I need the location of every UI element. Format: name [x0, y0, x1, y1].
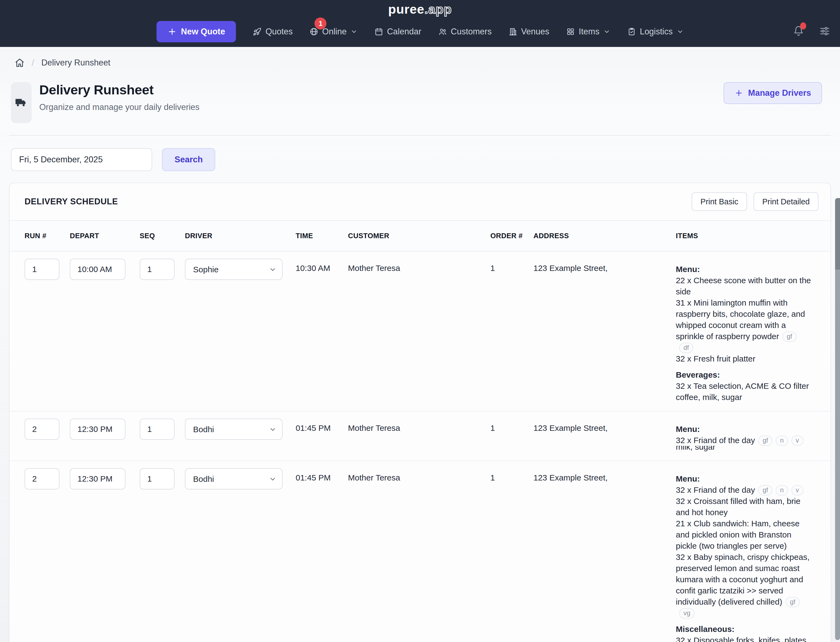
brand-logo-bold: puree	[388, 2, 424, 16]
table-header-row: Run # Depart Seq Driver Time Customer Or…	[10, 220, 830, 251]
customer-cell: Mother Teresa	[348, 412, 490, 460]
customer-cell: Mother Teresa	[348, 461, 490, 642]
column-header-run: Run #	[24, 221, 70, 251]
people-icon	[438, 27, 447, 36]
driver-select[interactable]: Sophie	[185, 259, 283, 280]
diet-badge-df: df	[679, 343, 693, 353]
driver-select[interactable]: Bodhi	[185, 418, 283, 440]
home-icon[interactable]	[15, 58, 24, 68]
run-number-input[interactable]	[24, 468, 60, 490]
item-line: 21 x Club sandwich: Ham, cheese and pick…	[676, 518, 813, 551]
top-navbar: puree.app New Quote Quotes 1 Online Cale…	[0, 0, 840, 47]
nav-item-label: Venues	[521, 27, 549, 37]
search-button[interactable]: Search	[162, 148, 215, 171]
item-line: 22 x Cheese scone with butter on the sid…	[676, 275, 813, 297]
items-cell: Menu:32 x Friand of the daygfnvmilk, sug…	[676, 412, 819, 460]
seq-input[interactable]	[140, 259, 175, 280]
calendar-icon	[374, 27, 383, 36]
rocket-icon	[253, 27, 262, 36]
plus-icon	[167, 27, 177, 36]
notifications-button[interactable]	[793, 26, 804, 38]
nav-item-venues[interactable]: Venues	[509, 27, 549, 37]
column-header-items: Items	[676, 221, 819, 251]
nav-item-logistics[interactable]: Logistics	[627, 27, 684, 37]
schedule-card-header: DELIVERY SCHEDULE Print Basic Print Deta…	[10, 183, 830, 220]
nav-item-label: Quotes	[265, 27, 293, 37]
diet-badge-gf: gf	[782, 331, 796, 342]
depart-time-input[interactable]	[70, 468, 125, 490]
date-input[interactable]	[11, 148, 152, 171]
print-detailed-button[interactable]: Print Detailed	[754, 192, 819, 211]
item-group-heading: Menu:	[676, 264, 813, 275]
nav-item-items[interactable]: Items	[566, 27, 610, 37]
nav-item-quotes[interactable]: Quotes	[253, 27, 293, 37]
main-nav: New Quote Quotes 1 Online Calendar Custo…	[0, 21, 840, 42]
table-row: Bodhi 01:45 PM Mother Teresa 1 123 Examp…	[10, 412, 830, 461]
order-cell: 1	[490, 412, 534, 460]
address-cell: 123 Example Street,	[534, 412, 676, 460]
driver-select[interactable]: Bodhi	[185, 468, 283, 490]
filters-bar: Search	[0, 136, 840, 171]
breadcrumb-current: Delivery Runsheet	[41, 58, 110, 68]
diet-badge-vg: vg	[679, 608, 694, 619]
table-row: Bodhi 01:45 PM Mother Teresa 1 123 Examp…	[10, 461, 830, 642]
column-header-time: Time	[296, 221, 348, 251]
run-number-input[interactable]	[24, 418, 60, 440]
order-cell: 1	[490, 461, 534, 642]
breadcrumb-separator: /	[32, 57, 34, 68]
building-icon	[509, 27, 517, 36]
print-basic-button[interactable]: Print Basic	[692, 192, 747, 211]
new-quote-button[interactable]: New Quote	[157, 21, 236, 42]
page-subtitle: Organize and manage your daily deliverie…	[39, 102, 200, 112]
schedule-title: DELIVERY SCHEDULE	[24, 197, 118, 206]
seq-input[interactable]	[140, 468, 175, 490]
item-group-heading: Menu:	[676, 473, 813, 484]
grid-icon	[566, 27, 575, 36]
delivery-schedule-card: DELIVERY SCHEDULE Print Basic Print Deta…	[9, 183, 831, 642]
column-header-seq: Seq	[140, 221, 185, 251]
seq-input[interactable]	[140, 418, 175, 440]
address-cell: 123 Example Street,	[534, 251, 676, 411]
page-header: Delivery Runsheet Organize and manage yo…	[0, 68, 840, 123]
item-group-heading: Menu:	[676, 423, 813, 434]
item-line: 32 x Croissant filled with ham, brie and…	[676, 496, 813, 518]
diet-badge-v: v	[791, 485, 803, 496]
item-line: 32 x Tea selection, ACME & CO filter cof…	[676, 380, 813, 403]
time-cell: 01:45 PM	[296, 461, 348, 642]
item-line: 32 x Friand of the daygfnv	[676, 484, 813, 496]
nav-item-label: Calendar	[387, 27, 421, 37]
column-header-order: Order #	[490, 221, 534, 251]
scrollbar-thumb-cap	[835, 198, 840, 269]
app-root: puree.app New Quote Quotes 1 Online Cale…	[0, 0, 840, 642]
item-line: 31 x Mini lamington muffin with raspberr…	[676, 297, 813, 353]
brand-logo-outline: .app	[424, 2, 452, 16]
nav-item-calendar[interactable]: Calendar	[374, 27, 421, 37]
item-group-heading: Beverages:	[676, 369, 813, 380]
table-row: Sophie 10:30 AM Mother Teresa 1 123 Exam…	[10, 251, 830, 412]
truck-icon-tile	[11, 82, 32, 123]
item-line: 32 x Disposable forks, knifes, plates	[676, 635, 813, 642]
breadcrumb: / Delivery Runsheet	[0, 47, 840, 68]
nav-item-customers[interactable]: Customers	[438, 27, 492, 37]
depart-time-input[interactable]	[70, 418, 125, 440]
schedule-rows: Sophie 10:30 AM Mother Teresa 1 123 Exam…	[10, 251, 830, 642]
clipboard-icon	[627, 27, 636, 36]
page-scrollbar[interactable]	[835, 198, 840, 640]
column-header-depart: Depart	[70, 221, 140, 251]
chevron-down-icon	[603, 28, 610, 35]
nav-item-label: Online	[322, 27, 346, 37]
item-group: Menu:32 x Friand of the daygfnv32 x Croi…	[676, 473, 813, 619]
chevron-down-icon	[677, 28, 684, 35]
column-header-address: Address	[534, 221, 676, 251]
nav-item-online[interactable]: 1 Online	[309, 27, 358, 37]
depart-time-input[interactable]	[70, 259, 125, 280]
diet-badge-v: v	[791, 436, 803, 446]
settings-button[interactable]	[819, 26, 830, 38]
plus-icon	[735, 89, 743, 97]
time-cell: 10:30 AM	[296, 251, 348, 411]
sliders-icon	[819, 26, 830, 37]
brand-logo: puree.app	[0, 2, 840, 17]
manage-drivers-button[interactable]: Manage Drivers	[723, 82, 822, 104]
diet-badge-gf: gf	[758, 436, 772, 446]
run-number-input[interactable]	[24, 259, 60, 280]
